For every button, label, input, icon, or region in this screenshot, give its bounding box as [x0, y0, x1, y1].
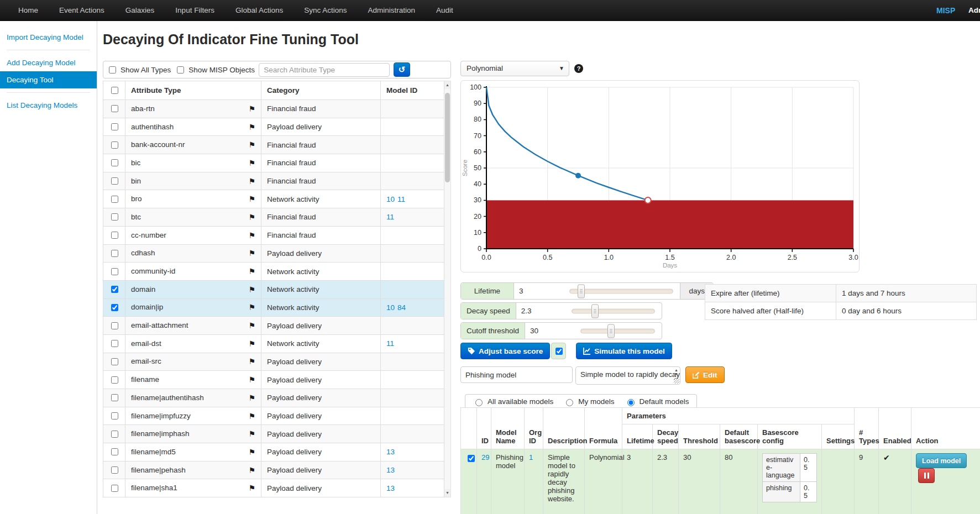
flag-icon[interactable]: ⚑ [248, 303, 255, 312]
attribute-row-checkbox[interactable] [111, 141, 118, 149]
search-attribute-input[interactable] [259, 63, 390, 77]
nav-item-audit[interactable]: Audit [426, 0, 464, 20]
scrollbar-track[interactable] [444, 89, 450, 489]
model-id-link[interactable]: 13 [386, 466, 395, 474]
decay-speed-slider[interactable] [572, 303, 655, 319]
edit-model-button[interactable]: Edit [685, 366, 725, 383]
flag-icon[interactable]: ⚑ [248, 123, 255, 132]
flag-icon[interactable]: ⚑ [248, 375, 255, 384]
flag-icon[interactable]: ⚑ [248, 195, 255, 203]
slider-handle[interactable] [591, 304, 599, 318]
slider-handle[interactable] [578, 284, 585, 298]
attribute-row-checkbox[interactable] [111, 394, 118, 401]
model-id-link[interactable]: 10 [386, 303, 395, 312]
misp-brand[interactable]: MISP [936, 0, 955, 21]
cutoff-threshold-slider[interactable] [580, 323, 655, 339]
flag-icon[interactable]: ⚑ [248, 231, 255, 240]
attribute-row-checkbox[interactable] [111, 485, 118, 492]
decay-chart[interactable]: 01020304050607080901000.00.51.01.52.02.5… [460, 80, 860, 272]
sidebar-item-import-decaying-model[interactable]: Import Decaying Model [0, 29, 97, 46]
cutoff-threshold-input[interactable] [525, 323, 574, 339]
radio-default-models[interactable]: Default models [625, 397, 689, 406]
resize-grip-icon[interactable] [674, 378, 679, 384]
model-id-link[interactable]: 84 [397, 303, 406, 312]
flag-icon[interactable]: ⚑ [248, 321, 255, 330]
flag-icon[interactable]: ⚑ [248, 177, 255, 186]
sidebar-item-decaying-tool[interactable]: Decaying Tool [0, 71, 97, 88]
scrollbar-thumb[interactable] [445, 93, 450, 182]
help-icon[interactable]: ? [574, 64, 583, 73]
scroll-down-arrow-icon[interactable]: ▼ [444, 489, 450, 497]
attribute-row-checkbox[interactable] [111, 123, 118, 130]
flag-icon[interactable]: ⚑ [248, 339, 255, 348]
radio-input-all-available-models[interactable] [475, 399, 483, 406]
model-id-link[interactable]: 13 [386, 448, 395, 456]
nav-item-input-filters[interactable]: Input Filters [165, 0, 225, 20]
adjust-base-score-button[interactable]: Adjust base score [460, 343, 550, 359]
flag-icon[interactable]: ⚑ [248, 285, 255, 294]
flag-icon[interactable]: ⚑ [248, 140, 255, 149]
attribute-row-checkbox[interactable] [111, 340, 118, 347]
simulate-model-button[interactable]: Simulate this model [576, 343, 672, 359]
attribute-table-scrollbar[interactable]: ▲ ▼ [444, 81, 451, 497]
attribute-row-checkbox[interactable] [111, 466, 118, 474]
flag-icon[interactable]: ⚑ [248, 213, 255, 222]
flag-icon[interactable]: ⚑ [248, 429, 255, 438]
radio-my-models[interactable]: My models [563, 397, 614, 406]
model-id-link[interactable]: 11 [386, 213, 394, 221]
radio-all-available-models[interactable]: All available models [473, 397, 553, 406]
load-model-button[interactable]: Load model [916, 453, 967, 468]
attribute-row-checkbox[interactable] [111, 286, 118, 293]
nav-item-sync-actions[interactable]: Sync Actions [294, 0, 357, 20]
lifetime-input[interactable] [514, 283, 563, 299]
attribute-row-checkbox[interactable] [111, 322, 118, 329]
flag-icon[interactable]: ⚑ [248, 448, 255, 457]
attribute-row-checkbox[interactable] [111, 232, 118, 239]
flag-icon[interactable]: ⚑ [248, 466, 255, 475]
flag-icon[interactable]: ⚑ [248, 357, 255, 366]
decay-point-current[interactable] [575, 173, 581, 179]
attribute-row-checkbox[interactable] [111, 268, 118, 275]
attribute-row-checkbox[interactable] [111, 431, 118, 438]
adjust-base-score-checkbox[interactable] [555, 348, 563, 355]
attribute-row-checkbox[interactable] [111, 105, 118, 112]
attribute-row-checkbox[interactable] [111, 196, 118, 203]
show-all-types-checkbox[interactable] [109, 66, 116, 74]
flag-icon[interactable]: ⚑ [248, 159, 255, 167]
attribute-row-checkbox[interactable] [111, 250, 118, 257]
sidebar-item-list-decaying-models[interactable]: List Decaying Models [0, 97, 97, 114]
decay-curve[interactable] [486, 87, 648, 200]
show-misp-objects-checkbox[interactable] [177, 66, 184, 74]
model-org-link[interactable]: 1 [529, 453, 533, 461]
model-id-link[interactable]: 10 [386, 195, 395, 203]
sidebar-item-add-decaying-model[interactable]: Add Decaying Model [0, 54, 97, 71]
show-all-types-option[interactable]: Show All Types [107, 65, 171, 75]
model-name-input[interactable] [460, 366, 573, 383]
flag-icon[interactable]: ⚑ [248, 267, 255, 276]
flag-icon[interactable]: ⚑ [248, 484, 255, 492]
model-id-link[interactable]: 11 [397, 195, 405, 203]
nav-item-event-actions[interactable]: Event Actions [49, 0, 115, 20]
nav-item-global-actions[interactable]: Global Actions [225, 0, 294, 20]
attribute-row-checkbox[interactable] [111, 412, 118, 419]
decay-speed-input[interactable] [516, 303, 565, 319]
flag-icon[interactable]: ⚑ [248, 394, 255, 402]
attribute-row-checkbox[interactable] [111, 159, 118, 166]
attribute-row-checkbox[interactable] [111, 177, 118, 185]
slider-handle[interactable] [607, 324, 615, 338]
attribute-row-checkbox[interactable] [111, 304, 118, 311]
attribute-row-checkbox[interactable] [111, 358, 118, 365]
decay-point-threshold[interactable] [645, 197, 651, 203]
spinner-arrows-icon[interactable]: ▲▼ [674, 368, 678, 376]
model-id-link[interactable]: 13 [386, 484, 395, 492]
model-id-link[interactable]: 29 [481, 453, 489, 461]
formula-select[interactable]: Polynomial ▼ [460, 61, 569, 76]
nav-item-galaxies[interactable]: Galaxies [115, 0, 165, 20]
attribute-row-checkbox[interactable] [111, 448, 118, 455]
model-description-textarea[interactable]: Simple model to rapidly decay ▲▼ [575, 366, 680, 385]
lifetime-slider[interactable] [569, 283, 673, 299]
navbar-user-menu[interactable]: Admin [968, 0, 980, 21]
select-all-checkbox[interactable] [111, 87, 118, 94]
flag-icon[interactable]: ⚑ [248, 104, 255, 113]
nav-item-administration[interactable]: Administration [358, 0, 426, 20]
